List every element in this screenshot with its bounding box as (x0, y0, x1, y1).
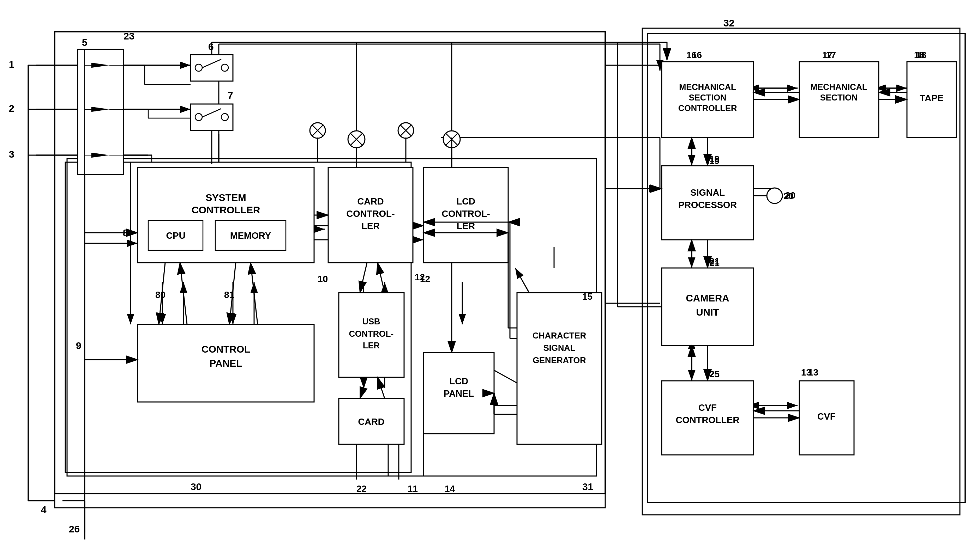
svg-rect-5 (65, 162, 411, 473)
svg-line-27 (462, 353, 526, 388)
svg-rect-3 (55, 32, 605, 508)
svg-line-28 (515, 268, 547, 324)
svg-rect-4 (642, 28, 960, 515)
